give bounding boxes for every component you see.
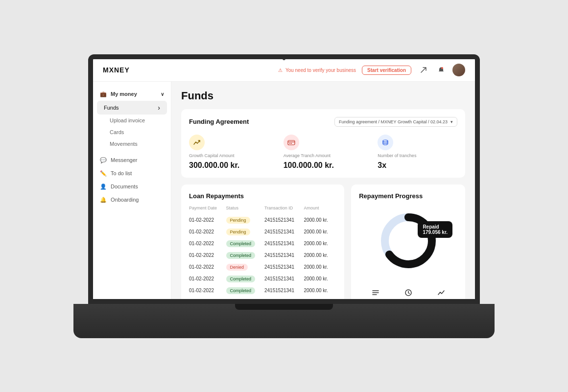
sidebar-item-documents[interactable]: 👤 Documents <box>93 180 171 193</box>
table-row: 01-02-2022 Completed 24151521341 2000.00… <box>189 273 336 285</box>
sidebar-item-funds[interactable]: Funds <box>97 101 167 115</box>
notification-button[interactable] <box>435 64 448 76</box>
funds-label: Funds <box>104 105 119 111</box>
sidebar-nav-section: 💬 Messenger ✏️ To do list 👤 Documents <box>93 154 171 207</box>
documents-icon: 👤 <box>100 184 107 190</box>
funding-agreement-card: Funding Agreement Funding agreement / MX… <box>181 109 465 178</box>
sidebar-item-upload-invoice[interactable]: Upload invoice <box>93 115 171 126</box>
col-payment-date: Payment Date <box>189 206 226 214</box>
cell-transaction-id: 24151521341 <box>264 273 304 285</box>
funding-agreement-header: Funding Agreement Funding agreement / MX… <box>189 117 457 127</box>
cell-transaction-id: 24151521341 <box>264 250 304 261</box>
status-badge: Completed <box>226 287 256 294</box>
cell-transaction-id: 24151521341 <box>264 285 304 297</box>
avatar[interactable] <box>452 64 465 76</box>
movements-label: Movements <box>110 141 138 147</box>
alert-icon: ⚠ <box>278 68 283 73</box>
status-badge: Completed <box>226 276 256 282</box>
cell-date: 01-02-2022 <box>189 226 226 238</box>
stats-row: Growth Capital Amount 300.000.00 kr. <box>189 135 457 170</box>
page-title: Funds <box>181 90 465 102</box>
cell-transaction-id: 24151521341 <box>264 238 304 250</box>
donut-chart <box>379 211 438 270</box>
messenger-label: Messenger <box>111 157 137 163</box>
loan-repayments-table: Payment Date Status Transaction ID Amoun… <box>189 206 336 297</box>
cards-label: Cards <box>110 129 124 135</box>
sidebar-my-money-group: 💼 My money ∨ Funds Upload invoice Cards <box>93 88 171 150</box>
table-row: 01-02-2022 Completed 24151521341 2000.00… <box>189 250 336 261</box>
cell-status: Completed <box>226 250 264 261</box>
wallet-icon: 💼 <box>100 91 107 97</box>
tranches-icon <box>378 135 393 150</box>
status-badge: Pending <box>226 229 250 235</box>
stat-tranches: Number of tranches 3x <box>378 135 457 170</box>
messenger-icon: 💬 <box>100 157 107 163</box>
svg-point-4 <box>383 140 388 142</box>
upload-invoice-label: Upload invoice <box>110 117 145 123</box>
cell-amount: 2000.00 kr. <box>304 261 336 273</box>
sidebar-item-cards[interactable]: Cards <box>93 126 171 138</box>
header-right: ⚠ You need to verify your business Start… <box>278 64 465 76</box>
cell-date: 01-02-2022 <box>189 261 226 273</box>
funding-agreement-dropdown[interactable]: Funding agreement / MXNEY Growth Capital… <box>334 117 457 127</box>
verify-button[interactable]: Start verification <box>362 66 411 75</box>
table-row: 01-02-2022 Pending 24151521341 2000.00 k… <box>189 214 336 226</box>
onboarding-icon: 🔔 <box>100 197 107 203</box>
svg-point-0 <box>441 67 443 69</box>
sidebar-item-messenger[interactable]: 💬 Messenger <box>93 154 171 167</box>
logo: MXNEY <box>103 66 130 74</box>
table-row: 01-02-2022 Completed 24151521341 2000.00… <box>189 238 336 250</box>
table-row: 01-02-2022 Denied 24151521341 2000.00 kr… <box>189 261 336 273</box>
cell-status: Completed <box>226 273 264 285</box>
onboarding-label: Onboarding <box>111 197 139 203</box>
cell-date: 01-02-2022 <box>189 250 226 261</box>
avg-tranch-value: 100.000.00 kr. <box>284 161 363 170</box>
growth-capital-label: Growth Capital Amount <box>189 153 269 158</box>
cell-date: 01-02-2022 <box>189 273 226 285</box>
cell-amount: 2000.00 kr. <box>304 214 336 226</box>
status-badge: Pending <box>226 217 250 224</box>
donut-chart-wrapper: Repaid 179.056 kr. <box>359 211 457 270</box>
clock-chart-icon[interactable] <box>404 289 412 297</box>
bottom-section: Loan Repayments Payment Date Status Tran… <box>181 184 465 299</box>
sidebar-my-money[interactable]: 💼 My money ∨ <box>93 88 171 101</box>
svg-point-3 <box>291 143 292 144</box>
list-chart-icon[interactable] <box>372 289 379 297</box>
svg-rect-1 <box>288 140 295 145</box>
sidebar-item-movements[interactable]: Movements <box>93 138 171 150</box>
cell-date: 01-02-2022 <box>189 238 226 250</box>
funding-agreement-title: Funding Agreement <box>189 118 249 125</box>
cell-amount: 2000.00 kr. <box>304 273 336 285</box>
cell-transaction-id: 24151521341 <box>264 261 304 273</box>
cell-transaction-id: 24151521341 <box>264 214 304 226</box>
repaid-tooltip: Repaid 179.056 kr. <box>418 221 452 238</box>
cell-status: Completed <box>226 285 264 297</box>
loan-repayments-card: Loan Repayments Payment Date Status Tran… <box>181 184 344 299</box>
status-badge: Completed <box>226 240 256 247</box>
cell-amount: 2000.00 kr. <box>304 250 336 261</box>
sidebar-my-money-label: My money <box>111 91 137 97</box>
header-icons <box>417 64 465 76</box>
status-badge: Completed <box>226 252 256 259</box>
todo-label: To do list <box>111 170 132 176</box>
repayment-progress-title: Repayment Progress <box>359 192 457 200</box>
repayment-progress-card: Repayment Progress Repaid 179.056 kr. <box>351 184 465 299</box>
main-content: Funds Funding Agreement Funding agreemen… <box>171 82 475 299</box>
cell-amount: 2000.00 kr. <box>304 285 336 297</box>
export-icon-button[interactable] <box>417 64 430 76</box>
line-chart-icon[interactable] <box>437 289 445 297</box>
col-status: Status <box>226 206 264 214</box>
sidebar-item-onboarding[interactable]: 🔔 Onboarding <box>93 193 171 207</box>
webcam <box>283 57 285 60</box>
sidebar-item-todo[interactable]: ✏️ To do list <box>93 167 171 180</box>
dropdown-text: Funding agreement / MXNEY Growth Capital… <box>339 119 448 124</box>
cell-status: Pending <box>226 226 264 238</box>
avg-tranch-label: Average Tranch Amount <box>284 153 363 158</box>
col-amount: Amount <box>304 206 336 214</box>
tranches-label: Number of tranches <box>378 153 457 158</box>
dropdown-chevron-icon: ▾ <box>450 119 453 124</box>
verify-text: You need to verify your business <box>285 68 356 73</box>
cell-date: 01-02-2022 <box>189 285 226 297</box>
chevron-down-icon: ∨ <box>161 92 164 97</box>
chart-icon-row <box>359 284 457 297</box>
